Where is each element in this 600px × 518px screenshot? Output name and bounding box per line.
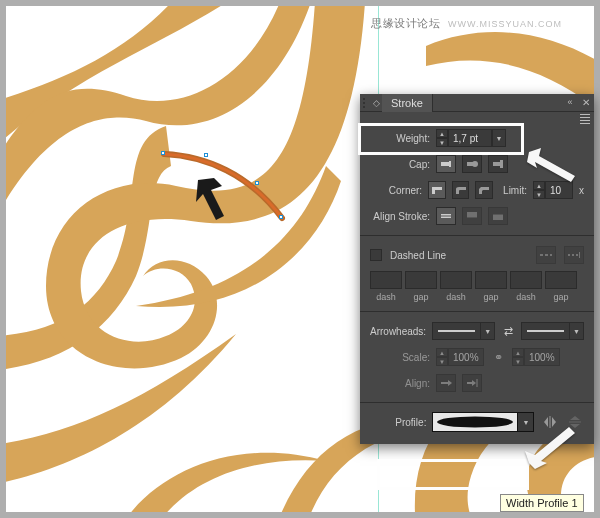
corner-miter-icon[interactable] [428,181,446,199]
panel-collapse-icon[interactable]: « [564,97,576,108]
stroke-panel: ◇ Stroke « ✕ Weight: ▲ ▼ ▼ Cap: [360,94,594,444]
gap-3-input[interactable] [545,271,577,289]
annotation-arrow-weight [527,148,577,188]
gap-3-label: gap [545,292,577,302]
svg-point-4 [472,161,478,167]
panel-grip[interactable] [360,94,370,112]
arrowhead-end-dropdown[interactable]: ▼ [521,322,584,340]
weight-field[interactable]: ▲ ▼ ▼ [436,129,506,147]
svg-rect-19 [579,252,580,258]
svg-rect-17 [572,254,574,256]
align-arrow-extend-icon[interactable] [436,374,456,392]
svg-rect-15 [550,254,552,256]
cap-projecting-icon[interactable] [488,155,508,173]
svg-point-25 [437,417,513,428]
swap-arrowheads-icon[interactable]: ⇄ [501,323,515,339]
svg-marker-29 [570,416,580,420]
panel-close-icon[interactable]: ✕ [582,97,590,108]
align-arrow-label: Align: [370,378,430,389]
svg-rect-18 [576,254,578,256]
dash-2-input[interactable] [440,271,472,289]
scale-end-input[interactable] [524,348,560,366]
dash-1-label: dash [370,292,402,302]
weight-dropdown[interactable]: ▼ [492,129,506,147]
collapse-toggle-icon[interactable]: ◇ [370,98,382,108]
svg-rect-10 [467,217,477,218]
align-outside-icon[interactable] [488,207,508,225]
arrowheads-label: Arrowheads: [370,326,426,337]
dash-preserve-icon[interactable] [536,246,556,264]
dashed-line-checkbox[interactable] [370,249,382,261]
scale-label: Scale: [370,352,430,363]
profile-label: Profile: [370,417,426,428]
corner-label: Corner: [370,185,422,196]
watermark-url: WWW.MISSYUAN.COM [448,19,562,29]
weight-step-down[interactable]: ▼ [436,138,448,147]
scale-start-field[interactable]: ▲▼ [436,348,484,366]
annotation-arrow [186,176,226,228]
limit-step-down[interactable]: ▼ [533,190,545,199]
svg-rect-14 [545,254,548,256]
handle-point[interactable] [204,153,208,157]
svg-marker-21 [448,380,452,386]
cap-round-icon[interactable] [462,155,482,173]
tab-stroke[interactable]: Stroke [382,94,433,112]
profile-shape-icon [433,415,517,429]
weight-step-up[interactable]: ▲ [436,129,448,138]
gap-1-label: gap [405,292,437,302]
svg-rect-1 [441,162,449,166]
align-center-icon[interactable] [436,207,456,225]
gap-1-input[interactable] [405,271,437,289]
gap-2-label: gap [475,292,507,302]
svg-rect-8 [441,216,451,217]
svg-marker-33 [525,427,575,469]
cap-butt-icon[interactable] [436,155,456,173]
dash-2-label: dash [440,292,472,302]
panel-menu-icon[interactable] [580,114,590,124]
svg-marker-32 [527,148,575,182]
weight-label: Weight: [370,133,430,144]
gap-2-input[interactable] [475,271,507,289]
profile-dropdown[interactable]: ▼ [432,412,534,432]
weight-input[interactable] [448,129,492,147]
scale-start-input[interactable] [448,348,484,366]
align-inside-icon[interactable] [462,207,482,225]
svg-rect-13 [540,254,543,256]
scale-end-field[interactable]: ▲▼ [512,348,560,366]
svg-rect-2 [449,161,451,167]
watermark-label: 思缘设计论坛 [371,17,440,29]
dash-align-icon[interactable] [564,246,584,264]
scale-link-icon[interactable]: ⚭ [490,349,506,365]
anchor-point[interactable] [279,215,283,219]
tooltip-width-profile: Width Profile 1 [500,494,584,512]
dash-1-input[interactable] [370,271,402,289]
align-stroke-label: Align Stroke: [370,211,430,222]
svg-rect-12 [493,214,503,215]
limit-label: Limit: [503,185,527,196]
svg-rect-6 [500,160,503,168]
align-arrow-tip-icon[interactable] [462,374,482,392]
svg-rect-16 [568,254,570,256]
handle-point[interactable] [255,181,259,185]
corner-bevel-icon[interactable] [475,181,493,199]
svg-rect-9 [467,212,477,217]
corner-round-icon[interactable] [452,181,470,199]
annotation-arrow-profile [525,425,577,474]
cap-label: Cap: [370,159,430,170]
arrowhead-start-dropdown[interactable]: ▼ [432,322,495,340]
limit-suffix: x [579,185,584,196]
dashed-line-label: Dashed Line [390,250,528,261]
svg-marker-0 [196,178,224,220]
anchor-point[interactable] [161,151,165,155]
panel-tabbar[interactable]: ◇ Stroke « ✕ [360,94,594,112]
dash-3-input[interactable] [510,271,542,289]
dash-3-label: dash [510,292,542,302]
svg-rect-11 [493,215,503,220]
watermark: 思缘设计论坛 WWW.MISSYUAN.COM [371,16,562,31]
svg-marker-23 [472,380,476,386]
